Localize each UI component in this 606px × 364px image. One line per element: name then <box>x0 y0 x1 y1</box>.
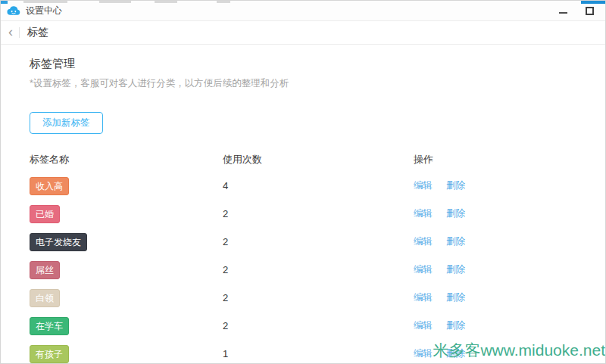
delete-link[interactable]: 删除 <box>446 263 465 276</box>
usage-count: 4 <box>223 180 228 191</box>
section-heading: 标签管理 <box>30 57 605 70</box>
background-artifacts <box>1 1 605 4</box>
edit-link[interactable]: 编辑 <box>414 347 433 360</box>
background-artifact <box>581 1 606 4</box>
table-row: 电子发烧友 2 编辑 删除 <box>30 228 605 256</box>
settings-window: 设置中心 ‹ 标签 标签管理 *设置标签，客服可对客人进行分类，以方便后续的整理… <box>0 0 606 364</box>
table-row: 有孩子 1 编辑 删除 <box>30 340 605 364</box>
delete-link[interactable]: 删除 <box>446 347 465 360</box>
nav-divider <box>19 27 20 38</box>
table-row: 屌丝 2 编辑 删除 <box>30 256 605 284</box>
maximize-button[interactable] <box>578 2 601 19</box>
delete-link[interactable]: 删除 <box>446 179 465 192</box>
edit-link[interactable]: 编辑 <box>414 263 433 276</box>
window-title: 设置中心 <box>26 5 62 17</box>
edit-link[interactable]: 编辑 <box>414 179 433 192</box>
background-artifact <box>99 1 131 3</box>
edit-link[interactable]: 编辑 <box>414 319 433 332</box>
page-title: 标签 <box>27 26 48 39</box>
header-tag-name: 标签名称 <box>30 153 223 166</box>
background-artifact <box>155 1 177 3</box>
header-usage-count: 使用次数 <box>223 153 414 166</box>
delete-link[interactable]: 删除 <box>446 319 465 332</box>
edit-link[interactable]: 编辑 <box>414 291 433 304</box>
table-row: 收入高 4 编辑 删除 <box>30 172 605 200</box>
minimize-button[interactable] <box>551 2 574 19</box>
minimize-icon <box>559 12 567 14</box>
usage-count: 2 <box>223 208 228 219</box>
navbar: ‹ 标签 <box>1 21 605 45</box>
background-artifact <box>1 1 8 4</box>
edit-link[interactable]: 编辑 <box>414 235 433 248</box>
add-tag-button[interactable]: 添加新标签 <box>30 112 103 134</box>
tag-table: 标签名称 使用次数 操作 收入高 4 编辑 删除 已婚 2 编辑 删除 <box>30 152 605 364</box>
table-row: 在学车 2 编辑 删除 <box>30 312 605 340</box>
app-logo-cloud-icon <box>7 5 20 16</box>
table-body: 收入高 4 编辑 删除 已婚 2 编辑 删除 电子发烧友 2 编辑 删除 <box>30 172 605 364</box>
tag-chip: 电子发烧友 <box>30 233 87 251</box>
tag-chip: 白领 <box>30 289 60 307</box>
delete-link[interactable]: 删除 <box>446 235 465 248</box>
tag-chip: 有孩子 <box>30 345 69 363</box>
section-subtitle: *设置标签，客服可对客人进行分类，以方便后续的整理和分析 <box>30 77 605 89</box>
usage-count: 2 <box>223 320 228 331</box>
tag-chip: 已婚 <box>30 205 60 223</box>
edit-link[interactable]: 编辑 <box>414 207 433 220</box>
table-row: 白领 2 编辑 删除 <box>30 284 605 312</box>
delete-link[interactable]: 删除 <box>446 207 465 220</box>
window-controls <box>551 2 605 19</box>
usage-count: 1 <box>223 348 228 359</box>
background-artifact <box>217 1 230 3</box>
tag-chip: 在学车 <box>30 317 69 335</box>
usage-count: 2 <box>223 236 228 247</box>
back-icon[interactable]: ‹ <box>1 25 19 41</box>
table-row: 已婚 2 编辑 删除 <box>30 200 605 228</box>
usage-count: 2 <box>223 264 228 275</box>
content-area: 标签管理 *设置标签，客服可对客人进行分类，以方便后续的整理和分析 添加新标签 … <box>1 45 605 364</box>
usage-count: 2 <box>223 292 228 303</box>
tag-chip: 收入高 <box>30 177 69 195</box>
delete-link[interactable]: 删除 <box>446 291 465 304</box>
tag-chip: 屌丝 <box>30 261 60 279</box>
table-header-row: 标签名称 使用次数 操作 <box>30 152 605 167</box>
background-artifact <box>23 1 67 3</box>
header-operations: 操作 <box>414 153 605 166</box>
maximize-icon <box>586 7 594 15</box>
titlebar: 设置中心 <box>1 1 605 21</box>
